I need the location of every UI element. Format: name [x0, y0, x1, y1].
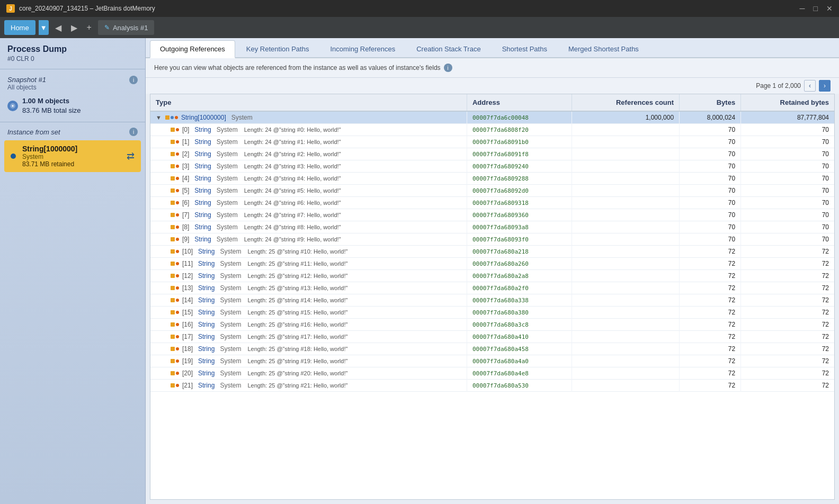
root-ref-count: 1,000,000 [572, 111, 680, 124]
child-index: [12] [182, 272, 193, 280]
child-type-cell: [18] String System Length: 25 @"string #… [150, 343, 467, 355]
child-index: [0] [182, 126, 189, 133]
table-row[interactable]: [6] String System Length: 24 @"string #6… [150, 197, 834, 209]
child-retained-bytes: 70 [741, 124, 834, 136]
tab-outgoing[interactable]: Outgoing References [150, 40, 235, 58]
col-retained[interactable]: Retained bytes [741, 94, 834, 111]
page-next-button[interactable]: › [819, 80, 831, 92]
child-ref-count [572, 148, 680, 160]
instance-label: Instance from set [7, 128, 60, 136]
child-address: 00007f7da6808f20 [467, 124, 572, 136]
child-ref-count [572, 221, 680, 233]
child-bytes: 72 [680, 343, 741, 355]
child-type-ns: System [217, 236, 238, 243]
instance-info-icon[interactable]: i [129, 128, 138, 136]
child-extra: Length: 24 @"string #9: Hello, world!" [244, 236, 341, 242]
tab-retention[interactable]: Key Retention Paths [236, 40, 319, 57]
child-type-ns: System [217, 187, 238, 194]
table-row[interactable]: [9] String System Length: 24 @"string #9… [150, 233, 834, 246]
table-row[interactable]: [20] String System Length: 25 @"string #… [150, 367, 834, 380]
col-bytes[interactable]: Bytes [680, 94, 741, 111]
child-retained-bytes: 72 [741, 331, 834, 343]
table-row[interactable]: [12] String System Length: 25 @"string #… [150, 270, 834, 282]
snapshot-info-icon[interactable]: i [129, 76, 138, 84]
child-type-ns: System [220, 272, 241, 280]
table-row[interactable]: [18] String System Length: 25 @"string #… [150, 343, 834, 355]
child-type-name: String [198, 296, 215, 304]
info-circle[interactable]: i [444, 64, 452, 72]
table-row-root[interactable]: ▼ String[1000000] System 00007f7da6c0004… [150, 111, 834, 124]
table-row[interactable]: [7] String System Length: 24 @"string #7… [150, 209, 834, 221]
child-extra: Length: 24 @"string #0: Hello, world!" [244, 127, 341, 133]
titlebar: J core_20240907_134215 – JetBrains dotMe… [0, 0, 839, 17]
tab-incoming[interactable]: Incoming References [320, 40, 405, 57]
child-bytes: 70 [680, 136, 741, 148]
snapshot-section: Snapshot #1 All objects i [0, 73, 145, 94]
table-row[interactable]: [16] String System Length: 25 @"string #… [150, 319, 834, 331]
close-button[interactable]: ✕ [826, 5, 833, 12]
navigate-icon[interactable]: ⇄ [127, 150, 135, 162]
child-ref-count [572, 380, 680, 392]
page-prev-button[interactable]: ‹ [804, 80, 816, 92]
expand-arrow[interactable]: ▼ [156, 114, 162, 121]
table-row[interactable]: [15] String System Length: 25 @"string #… [150, 307, 834, 319]
tab-merged[interactable]: Merged Shortest Paths [558, 40, 649, 57]
child-ref-count [572, 367, 680, 380]
child-type-ns: System [220, 284, 241, 292]
table-row[interactable]: [1] String System Length: 24 @"string #1… [150, 136, 834, 148]
new-tab-button[interactable]: + [84, 21, 95, 34]
maximize-button[interactable]: □ [814, 5, 818, 12]
forward-button[interactable]: ▶ [68, 21, 81, 35]
home-dropdown[interactable]: ▼ [39, 20, 49, 35]
child-retained-bytes: 72 [741, 294, 834, 307]
table-row[interactable]: [21] String System Length: 25 @"string #… [150, 380, 834, 392]
table-row[interactable]: [0] String System Length: 24 @"string #0… [150, 124, 834, 136]
child-type-icon [171, 213, 179, 217]
tab-shortest[interactable]: Shortest Paths [492, 40, 557, 57]
child-address: 00007f7da680a2f0 [467, 282, 572, 294]
instance-item[interactable]: String[1000000] System 83.71 MB retained… [4, 140, 141, 172]
table-row[interactable]: [10] String System Length: 25 @"string #… [150, 246, 834, 258]
back-button[interactable]: ◀ [52, 21, 65, 35]
minimize-button[interactable]: ─ [800, 5, 805, 12]
child-type-icon [171, 359, 179, 363]
table-row[interactable]: [17] String System Length: 25 @"string #… [150, 331, 834, 343]
child-retained-bytes: 72 [741, 307, 834, 319]
child-address: 00007f7da680a3c8 [467, 319, 572, 331]
table-row[interactable]: [5] String System Length: 24 @"string #5… [150, 185, 834, 197]
table-row[interactable]: [3] String System Length: 24 @"string #3… [150, 160, 834, 173]
analysis-label: Analysis #1 [113, 24, 148, 32]
child-extra: Length: 24 @"string #7: Hello, world!" [244, 212, 341, 218]
child-retained-bytes: 70 [741, 233, 834, 246]
home-button[interactable]: Home [4, 20, 35, 35]
titlebar-controls: ─ □ ✕ [800, 5, 833, 12]
col-type[interactable]: Type [150, 94, 467, 111]
analysis-tab[interactable]: ✎ Analysis #1 [98, 20, 154, 35]
child-index: [11] [182, 260, 193, 267]
child-bytes: 72 [680, 258, 741, 270]
child-index: [5] [182, 187, 189, 194]
col-refs[interactable]: References count [572, 94, 680, 111]
table-row[interactable]: [2] String System Length: 24 @"string #2… [150, 148, 834, 160]
child-ref-count [572, 294, 680, 307]
table-row[interactable]: [19] String System Length: 25 @"string #… [150, 355, 834, 367]
child-type-icon [171, 188, 179, 193]
child-type-ns: System [220, 321, 241, 328]
child-extra: Length: 24 @"string #4: Hello, world!" [244, 175, 341, 182]
col-address[interactable]: Address [467, 94, 572, 111]
child-index: [13] [182, 284, 193, 292]
table-row[interactable]: [13] String System Length: 25 @"string #… [150, 282, 834, 294]
table-row[interactable]: [11] String System Length: 25 @"string #… [150, 258, 834, 270]
child-index: [10] [182, 248, 193, 255]
stat-size: 83.76 MB total size [22, 106, 81, 115]
table-row[interactable]: [4] String System Length: 24 @"string #4… [150, 173, 834, 185]
child-address: 00007f7da680a410 [467, 331, 572, 343]
child-type-cell: [10] String System Length: 25 @"string #… [150, 246, 467, 258]
child-type-icon [171, 176, 179, 181]
child-type-cell: [17] String System Length: 25 @"string #… [150, 331, 467, 343]
table-row[interactable]: [8] String System Length: 24 @"string #8… [150, 221, 834, 233]
child-extra: Length: 25 @"string #18: Hello, world!" [247, 346, 347, 352]
table-row[interactable]: [14] String System Length: 25 @"string #… [150, 294, 834, 307]
tab-stack[interactable]: Creation Stack Trace [406, 40, 490, 57]
child-type-cell: [9] String System Length: 24 @"string #9… [150, 233, 467, 246]
